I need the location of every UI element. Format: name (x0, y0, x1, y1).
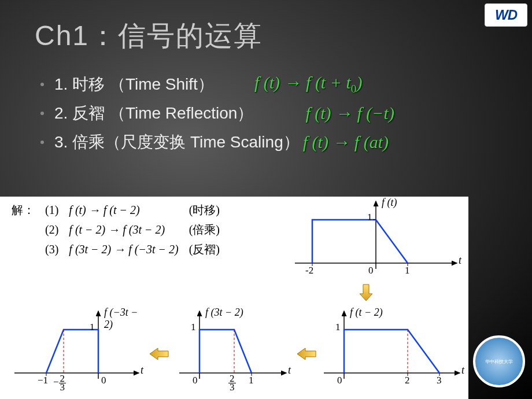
x-axis-label: t (461, 364, 464, 376)
plot-icon (289, 197, 463, 280)
chart-f-t: f (t) t 1 -2 0 1 (289, 197, 463, 280)
step-kind: (反褶) (184, 240, 224, 258)
chart-f-t-minus-2: f (t − 2) t 1 0 2 3 (321, 306, 466, 396)
x-axis-label: t (459, 254, 461, 267)
bullet-item: 2. 反褶 （Time Reflection） f (t) → f (−t) (40, 102, 532, 124)
x-tick: -2 (305, 265, 313, 276)
plot-icon (321, 306, 466, 396)
y-tick: 1 (191, 322, 196, 333)
bullet-text: 3. 倍乘（尺度变换 Time Scaling） (54, 131, 300, 153)
x-tick: 23 (228, 375, 236, 391)
bullet-dot (40, 112, 44, 115)
arrow-left-icon (147, 347, 169, 361)
chart-label: f (−3t − 2) (104, 306, 145, 331)
bullet-text: 2. 反褶 （Time Reflection） (54, 102, 253, 124)
chart-label: f (t) (382, 197, 397, 209)
step-kind: (倍乘) (184, 220, 224, 239)
solution-steps: 解： (1) f (t) → f (t − 2) (时移) (2) f (t −… (6, 200, 226, 260)
formula-time-reflection: f (t) → f (−t) (305, 104, 394, 123)
y-tick: 1 (90, 322, 95, 333)
y-tick: 1 (335, 322, 341, 333)
x-tick: 1 (249, 375, 254, 386)
solution-label: 解： (7, 201, 39, 219)
bullet-list: 1. 时移 （Time Shift） f (t) → f (t + t0) 2.… (0, 73, 532, 153)
bullet-item: 1. 时移 （Time Shift） f (t) → f (t + t0) (40, 73, 532, 95)
chart-label: f (t − 2) (350, 306, 383, 319)
step-expr: f (t) → f (t − 2) (64, 201, 183, 219)
worked-example-panel: 解： (1) f (t) → f (t − 2) (时移) (2) f (t −… (0, 197, 468, 399)
chart-f-neg3t-minus-2: f (−3t − 2) t 1 −1 −23 0 (12, 306, 145, 399)
x-tick: 0 (101, 375, 106, 386)
bullet-item: 3. 倍乘（尺度变换 Time Scaling） f (t) → f (at) (40, 131, 532, 153)
step-num: (3) (40, 240, 63, 258)
arrow-left-icon (295, 347, 317, 361)
x-tick: 1 (405, 265, 410, 276)
bullet-dot (40, 83, 44, 86)
x-tick: 0 (337, 375, 342, 386)
step-expr: f (t − 2) → f (3t − 2) (64, 220, 183, 239)
formula-time-shift: f (t) → f (t + t0) (254, 73, 363, 95)
x-tick: 0 (368, 265, 374, 276)
formula-time-scaling: f (t) → f (at) (303, 132, 389, 152)
x-tick: 2 (405, 375, 410, 386)
arrow-down-icon (359, 283, 374, 302)
x-axis-label: t (288, 364, 291, 376)
university-seal-icon: 华中科技大学 (473, 335, 525, 387)
bullet-text: 1. 时移 （Time Shift） (54, 73, 214, 95)
step-num: (2) (40, 220, 63, 239)
step-num: (1) (40, 201, 63, 219)
step-expr: f (3t − 2) → f (−3t − 2) (64, 240, 183, 258)
slide-title: Ch1：信号的运算 (0, 0, 532, 66)
x-axis-label: t (141, 364, 143, 376)
x-tick: −1 (38, 375, 48, 386)
seal-text: 华中科技大学 (485, 359, 513, 365)
logo-top: WD (485, 3, 527, 27)
chart-label: f (3t − 2) (205, 306, 243, 319)
x-tick: −23 (53, 375, 66, 391)
bullet-dot (40, 141, 44, 144)
x-tick: 3 (437, 375, 442, 386)
chart-f-3t-minus-2: f (3t − 2) t 1 0 23 1 (176, 306, 292, 399)
step-kind: (时移) (184, 201, 224, 219)
x-tick: 0 (193, 375, 198, 386)
y-tick: 1 (367, 212, 372, 223)
